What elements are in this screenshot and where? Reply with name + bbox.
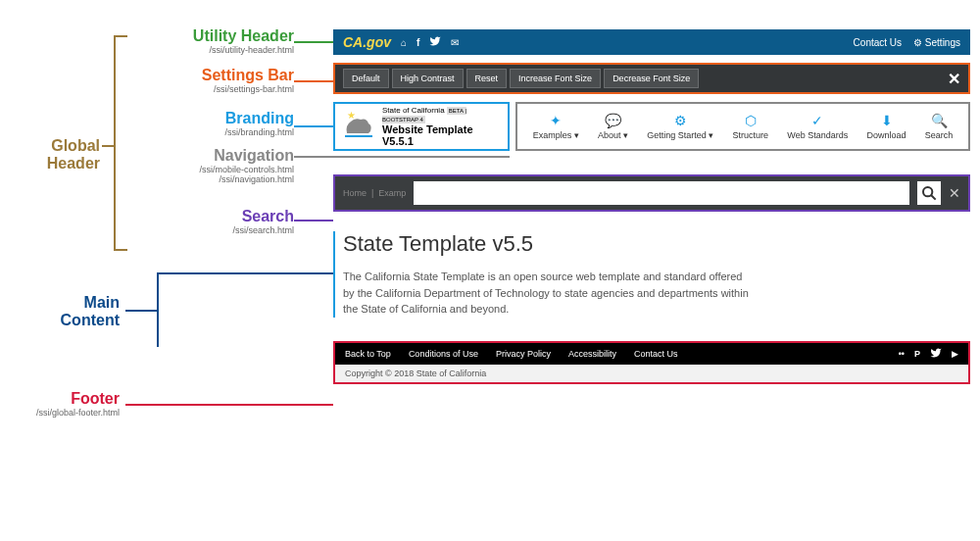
copyright: Copyright © 2018 State of California (335, 365, 968, 382)
page-title: State Template v5.5 (343, 231, 970, 257)
search-path: /ssi/search.html (0, 225, 333, 235)
email-icon[interactable]: ✉ (451, 37, 459, 48)
search-icon[interactable] (917, 181, 941, 205)
footer-connector (125, 404, 333, 406)
back-to-top-link[interactable]: Back to Top (345, 349, 391, 359)
decrease-font-button[interactable]: Decrease Font Size (604, 69, 699, 88)
settings-bar-path: /ssi/settings-bar.html (0, 84, 333, 94)
settings-link[interactable]: ⚙ Settings (913, 37, 960, 48)
svg-rect-0 (345, 135, 372, 137)
footer-twitter-icon[interactable] (930, 347, 942, 361)
ca-gov-logo[interactable]: CA.gov (343, 34, 391, 50)
settings-bar-label: Settings Bar (0, 67, 333, 84)
main-bracket-top (157, 272, 333, 274)
main-content: State Template v5.5 The California State… (333, 231, 970, 318)
high-contrast-button[interactable]: High Contrast (392, 69, 464, 88)
main-content-label-2: Content (0, 312, 127, 329)
search-label: Search (0, 208, 333, 225)
navigation-path2: /ssi/navigation.html (0, 174, 333, 184)
accessibility-link[interactable]: Accessibility (568, 349, 616, 359)
branding-block[interactable]: ★ State of California BETA | BOOTSTRAP 4… (333, 102, 510, 151)
search-close-icon[interactable]: ✕ (949, 185, 960, 201)
standards-icon: ✓ (787, 113, 848, 128)
navigation-path1: /ssi/mobile-controls.html (0, 165, 333, 174)
footer-label: Footer (0, 390, 127, 408)
settings-bar: Default High Contrast Reset Increase Fon… (333, 63, 970, 94)
nav-getting-started[interactable]: ⚙Getting Started ▾ (647, 113, 713, 140)
navigation-label: Navigation (0, 147, 333, 165)
brand-line2: Website Template V5.5.1 (382, 123, 502, 147)
main-bracket-left (157, 272, 159, 347)
utility-header-label: Utility Header (0, 27, 333, 45)
nav-about[interactable]: 💬About ▾ (598, 113, 628, 140)
footer-contact-link[interactable]: Contact Us (634, 349, 678, 359)
privacy-link[interactable]: Privacy Policy (496, 349, 551, 359)
youtube-icon[interactable]: ▶ (952, 349, 958, 359)
search-nav-icon: 🔍 (925, 113, 954, 128)
nav-download[interactable]: ⬇Download (866, 113, 906, 140)
pinterest-icon[interactable]: P (914, 349, 920, 359)
gear-icon: ⚙ (647, 113, 713, 128)
utility-connector (294, 41, 333, 43)
facebook-icon[interactable]: f (416, 37, 419, 48)
download-icon: ⬇ (866, 113, 906, 128)
branding-connector (294, 125, 333, 127)
nav-structure[interactable]: ⬡Structure (733, 113, 769, 140)
branding-path: /ssi/branding.html (0, 127, 333, 137)
settings-connector (294, 80, 333, 82)
nav-examples[interactable]: ✦Examples ▾ (533, 113, 579, 140)
search-connector (294, 220, 333, 221)
twitter-icon[interactable] (429, 35, 441, 49)
global-header-bracket (114, 35, 127, 251)
nav-web-standards[interactable]: ✓Web Standards (787, 113, 848, 140)
global-header-connector (102, 145, 114, 147)
structure-icon: ⬡ (733, 113, 769, 128)
main-connector (125, 310, 157, 312)
brand-line1: State of California BETA | BOOTSTRAP 4 (382, 106, 502, 123)
main-content-label-1: Main (0, 294, 127, 312)
home-icon[interactable]: ⌂ (401, 37, 407, 48)
svg-line-2 (931, 195, 936, 200)
flickr-icon[interactable]: •• (899, 349, 905, 359)
increase-font-button[interactable]: Increase Font Size (510, 69, 601, 88)
footer-path: /ssi/global-footer.html (0, 408, 127, 418)
nav-search[interactable]: 🔍Search (925, 113, 954, 140)
page-intro: The California State Template is an open… (343, 269, 755, 318)
conditions-link[interactable]: Conditions of Use (409, 349, 478, 359)
global-footer: Back to Top Conditions of Use Privacy Po… (333, 341, 970, 384)
close-icon[interactable]: ✕ (948, 70, 960, 88)
main-navigation: ✦Examples ▾ 💬About ▾ ⚙Getting Started ▾ … (515, 102, 970, 151)
utility-header-path: /ssi/utility-header.html (0, 45, 333, 55)
utility-header: CA.gov ⌂ f ✉ Contact Us ⚙ Settings (333, 29, 970, 55)
svg-point-1 (923, 187, 932, 196)
search-bar: Home | Examp ✕ (333, 174, 970, 212)
contact-us-link[interactable]: Contact Us (854, 37, 902, 48)
about-icon: 💬 (598, 113, 628, 128)
bear-logo-icon: ★ (341, 112, 376, 141)
breadcrumb: Home | Examp (343, 188, 406, 198)
examples-icon: ✦ (533, 113, 579, 128)
branding-label: Branding (0, 110, 333, 127)
default-button[interactable]: Default (343, 69, 389, 88)
reset-button[interactable]: Reset (466, 69, 508, 88)
search-input[interactable] (414, 181, 909, 205)
